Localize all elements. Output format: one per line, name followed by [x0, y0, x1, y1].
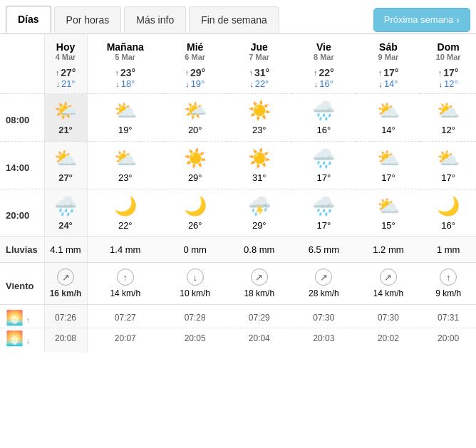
empty-header [0, 34, 44, 63]
tab-dias[interactable]: Días [6, 6, 51, 33]
hour-2000-icon-row: 20:00 🌧️ 🌙 🌙 ⛈️ 🌧️ ⛅ 🌙 [0, 189, 476, 219]
temp-1400-4: 17° [291, 171, 356, 189]
col-jue: Jue 7 Mar [227, 34, 291, 63]
lluvias-hoy: 4.1 mm [44, 237, 87, 263]
temp-lo-1: 18° [121, 78, 135, 89]
lluvias-2: 0 mm [163, 237, 227, 263]
day-date-6: 10 Mar [423, 53, 473, 61]
sunset-3: 20:04 [227, 328, 291, 353]
temp-mie: ↑ 29° ↓ 19° [163, 63, 227, 94]
proxima-semana-button[interactable]: Próxima semana › [373, 8, 470, 32]
viento-dir-4: ↗ [291, 263, 356, 288]
col-hoy: Hoy 4 Mar [44, 34, 87, 63]
icon-1400-6: ⛅ [420, 142, 476, 172]
temp-hi-0: 27° [61, 67, 76, 78]
temp-0800-6: 12° [420, 123, 476, 142]
icon-1400-5: ⛅ [356, 142, 421, 172]
hour-1400-temp-row: 27° 23° 29° 31° 17° 17° 17° [0, 171, 476, 189]
hour-1400-icon-row: 14:00 ⛅ ⛅ ☀️ ☀️ 🌧️ ⛅ ⛅ [0, 142, 476, 172]
lluvias-1: 1.4 mm [87, 237, 163, 263]
day-name-0: Hoy [48, 41, 84, 53]
sunset-5: 20:02 [356, 328, 421, 353]
tab-mas-info[interactable]: Más info [124, 6, 186, 33]
viento-dir-hoy: ↗ [44, 263, 87, 288]
icon-2000-3: ⛈️ [227, 189, 291, 219]
sunset-hoy: 20:08 [44, 328, 87, 353]
sunset-4: 20:03 [291, 328, 356, 353]
wind-dir-icon-0: ↗ [57, 269, 74, 286]
temp-1400-2: 29° [163, 171, 227, 189]
day-name-3: Jue [229, 41, 289, 53]
time-label-0800: 08:00 [0, 94, 44, 142]
temp-lo-2: 19° [191, 78, 205, 89]
wind-dir-icon-2: ↓ [187, 269, 204, 286]
viento-val-2: 10 km/h [163, 287, 227, 305]
day-name-6: Dom [423, 41, 473, 53]
temp-hi-3: 31° [254, 67, 269, 78]
temp-dom: ↑ 17° ↓ 12° [420, 63, 476, 94]
sunrise-4: 07:30 [291, 305, 356, 328]
temp-1400-3: 31° [227, 171, 291, 189]
temp-0800-4: 16° [291, 123, 356, 142]
temp-1400-hoy: 27° [44, 171, 87, 189]
header-row: Hoy 4 Mar Mañana 5 Mar Mié 6 Mar Jue 7 M… [0, 34, 476, 63]
temp-2000-hoy: 24° [44, 219, 87, 237]
icon-0800-hoy: 🌤️ [44, 94, 87, 124]
wind-dir-icon-4: ↗ [315, 269, 332, 286]
chevron-right-icon: › [456, 14, 460, 26]
icon-1400-1: ⛅ [87, 142, 163, 172]
sunrise-row: 🌅 ↑ 07:26 07:27 07:28 07:29 07:30 07:30 … [0, 305, 476, 328]
temp-0800-3: 23° [227, 123, 291, 142]
lluvias-row: Lluvias 4.1 mm 1.4 mm 0 mm 0.8 mm 6.5 mm… [0, 237, 476, 263]
day-name-4: Vie [294, 41, 353, 53]
day-date-5: 9 Mar [359, 53, 418, 61]
icon-0800-1: ⛅ [87, 94, 163, 124]
icon-0800-3: ☀️ [227, 94, 291, 124]
temp-2000-2: 26° [163, 219, 227, 237]
lluvias-label: Lluvias [0, 237, 44, 263]
hour-0800-icon-row: 08:00 🌤️ ⛅ 🌤️ ☀️ 🌧️ ⛅ ⛅ [0, 94, 476, 124]
temp-jue: ↑ 31° ↓ 22° [227, 63, 291, 94]
proxima-semana-label: Próxima semana [384, 14, 454, 25]
icon-2000-6: 🌙 [420, 189, 476, 219]
icon-0800-6: ⛅ [420, 94, 476, 124]
hour-0800-temp-row: 21° 19° 20° 23° 16° 14° 12° [0, 123, 476, 142]
col-vie: Vie 8 Mar [291, 34, 356, 63]
temp-hi-5: 17° [383, 67, 398, 78]
day-date-4: 8 Mar [294, 53, 353, 61]
temp-range-label [0, 63, 44, 94]
col-dom: Dom 10 Mar [420, 34, 476, 63]
icon-1400-hoy: ⛅ [44, 142, 87, 172]
sunrise-6: 07:31 [420, 305, 476, 328]
icon-2000-2: 🌙 [163, 189, 227, 219]
viento-val-row: 16 km/h 14 km/h 10 km/h 18 km/h 28 km/h … [0, 287, 476, 305]
temp-0800-1: 19° [87, 123, 163, 142]
lluvias-6: 1 mm [420, 237, 476, 263]
temp-sab: ↑ 17° ↓ 14° [356, 63, 421, 94]
temp-lo-6: 12° [444, 78, 458, 89]
temp-range-row: ↑ 27° ↓ 21° ↑ 23° ↓ 18° [0, 63, 476, 94]
icon-1400-3: ☀️ [227, 142, 291, 172]
sunrise-3: 07:29 [227, 305, 291, 328]
temp-2000-6: 16° [420, 219, 476, 237]
tab-fin-semana[interactable]: Fin de semana [189, 6, 279, 33]
tab-por-horas[interactable]: Por horas [54, 6, 122, 33]
sunset-2: 20:05 [163, 328, 227, 353]
viento-val-1: 14 km/h [87, 287, 163, 305]
sunrise-1: 07:27 [87, 305, 163, 328]
hour-2000-temp-row: 24° 22° 26° 29° 17° 15° 16° [0, 219, 476, 237]
temp-2000-4: 17° [291, 219, 356, 237]
weather-table: Hoy 4 Mar Mañana 5 Mar Mié 6 Mar Jue 7 M… [0, 34, 476, 353]
day-date-3: 7 Mar [229, 53, 289, 61]
col-mie: Mié 6 Mar [163, 34, 227, 63]
temp-2000-3: 29° [227, 219, 291, 237]
sunset-6: 20:00 [420, 328, 476, 353]
temp-2000-1: 22° [87, 219, 163, 237]
icon-2000-5: ⛅ [356, 189, 421, 219]
viento-val-4: 28 km/h [291, 287, 356, 305]
temp-manana: ↑ 23° ↓ 18° [87, 63, 163, 94]
temp-1400-1: 23° [87, 171, 163, 189]
viento-dir-1: ↑ [87, 263, 163, 288]
time-label-1400: 14:00 [0, 142, 44, 189]
sunrise-5: 07:30 [356, 305, 421, 328]
